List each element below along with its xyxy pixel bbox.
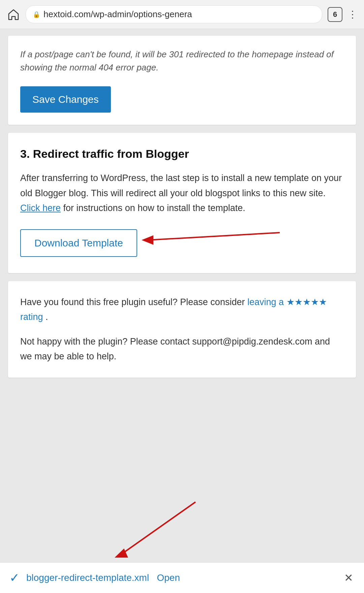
- save-changes-button[interactable]: Save Changes: [20, 86, 111, 113]
- lock-icon: 🔒: [33, 11, 40, 18]
- svg-line-0: [148, 233, 280, 240]
- download-bar: ✓ blogger-redirect-template.xml Open ✕: [0, 562, 364, 593]
- download-template-button[interactable]: Download Template: [20, 229, 137, 257]
- rating-period: .: [46, 312, 48, 322]
- redirect-section-title: 3. Redirect traffic from Blogger: [20, 146, 344, 161]
- download-filename: blogger-redirect-template.xml Open: [26, 572, 336, 583]
- rating-text-part1: Have you found this free plugin useful? …: [20, 297, 245, 307]
- download-button-container: Download Template: [20, 229, 137, 257]
- svg-marker-1: [142, 235, 153, 245]
- browser-chrome: 🔒 hextoid.com/wp-admin/options-genera 6 …: [0, 0, 364, 29]
- rating-text: Have you found this free plugin useful? …: [20, 295, 344, 325]
- redirect-description-part2: for instructions on how to install the t…: [63, 203, 245, 213]
- save-changes-card: If a post/page can't be found, it will b…: [8, 36, 356, 125]
- checkmark-icon: ✓: [9, 571, 20, 585]
- address-bar[interactable]: 🔒 hextoid.com/wp-admin/options-genera: [26, 5, 322, 23]
- plugin-rating-card: Have you found this free plugin useful? …: [8, 281, 356, 378]
- close-icon[interactable]: ✕: [343, 570, 355, 586]
- support-text: Not happy with the plugin? Please contac…: [20, 334, 344, 364]
- redirect-blogger-card: 3. Redirect traffic from Blogger After t…: [8, 133, 356, 273]
- more-options-icon[interactable]: ⋮: [348, 9, 357, 20]
- redirect-description: After transferring to WordPress, the las…: [20, 171, 344, 216]
- click-here-link[interactable]: Click here: [20, 203, 61, 213]
- main-content: If a post/page can't be found, it will b…: [0, 29, 364, 384]
- red-arrow-annotation-2: [67, 499, 209, 566]
- save-description: If a post/page can't be found, it will b…: [20, 48, 344, 74]
- redirect-description-part1: After transferring to WordPress, the las…: [20, 173, 342, 198]
- open-link[interactable]: Open: [157, 572, 180, 583]
- red-arrow-annotation-1: [138, 226, 280, 249]
- svg-line-2: [121, 502, 195, 554]
- tab-count-badge[interactable]: 6: [328, 7, 342, 22]
- svg-marker-3: [115, 548, 128, 558]
- url-text: hextoid.com/wp-admin/options-genera: [43, 9, 192, 20]
- home-icon[interactable]: [7, 8, 20, 21]
